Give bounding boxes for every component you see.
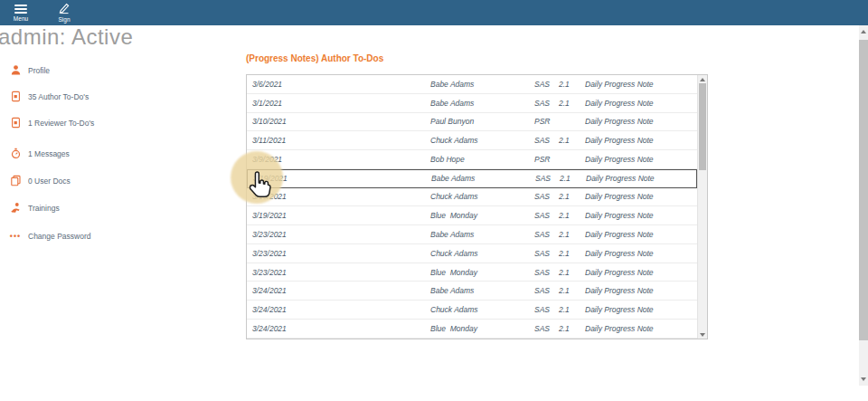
cell-code: SAS <box>534 80 559 89</box>
cell-author: Chuck Adams <box>430 305 534 314</box>
cell-note: Daily Progress Note <box>585 211 697 220</box>
page-scrollbar[interactable] <box>859 25 868 386</box>
table-row[interactable]: 3/19/2021Blue MondaySAS2.1Daily Progress… <box>247 206 697 225</box>
sidebar-item-1-reviewer-to-do-s[interactable]: 1 Reviewer To-Do's <box>9 116 94 129</box>
cell-author: Blue Monday <box>430 268 534 277</box>
sidebar-item-1-messages[interactable]: 1 Messages <box>9 147 70 160</box>
sign-button-label: Sign <box>58 16 70 23</box>
cell-note: Daily Progress Note <box>585 80 697 89</box>
sidebar-item-label: 35 Author To-Do's <box>28 92 89 101</box>
cell-code: SAS <box>535 174 560 183</box>
cell-code: SAS <box>534 230 559 239</box>
cell-date: 3/24/2021 <box>252 324 430 333</box>
table-row[interactable]: 3/23/2021Babe AdamsSAS2.1Daily Progress … <box>247 225 697 244</box>
cell-version: 2.1 <box>559 230 585 239</box>
cell-date: 3/24/2021 <box>252 286 430 295</box>
table-row[interactable]: 3/1/2021Babe AdamsSAS2.1Daily Progress N… <box>247 94 697 113</box>
sidebar-item-0-user-docs[interactable]: 0 User Docs <box>9 174 71 187</box>
cell-author: Blue Monday <box>430 211 534 220</box>
table-scroll-up-button[interactable] <box>698 75 707 83</box>
cell-date: 3/11/2021 <box>252 136 430 145</box>
menu-button-label: Menu <box>14 15 28 22</box>
cell-code: SAS <box>534 136 559 145</box>
menu-button[interactable]: Menu <box>7 5 34 22</box>
ellipsis-icon: ••• <box>9 234 22 239</box>
table-scroll-down-button[interactable] <box>698 330 707 339</box>
sidebar-item-35-author-to-do-s[interactable]: 35 Author To-Do's <box>9 90 89 103</box>
table-row[interactable]: 3/24/2021Chuck AdamsSAS2.1Daily Progress… <box>247 301 697 320</box>
cell-code: SAS <box>534 249 559 258</box>
cell-author: Paul Bunyon <box>430 117 534 126</box>
arrow-up-icon <box>861 30 866 33</box>
cell-code: SAS <box>534 192 559 201</box>
topbar: Menu Sign <box>0 0 868 25</box>
trainings-person-icon <box>9 202 22 214</box>
table-row[interactable]: 3/11/2021Chuck AdamsSAS2.1Daily Progress… <box>247 131 697 150</box>
page-scroll-down-button[interactable] <box>859 373 868 386</box>
page-scroll-up-button[interactable] <box>859 25 868 38</box>
hamburger-icon <box>14 5 27 14</box>
cell-code: SAS <box>534 211 559 220</box>
cell-author: Babe Adams <box>430 230 534 239</box>
cell-date: 3/23/2021 <box>252 268 430 277</box>
cell-author: Babe Adams <box>430 80 534 89</box>
stopwatch-icon <box>9 148 22 159</box>
cell-note: Daily Progress Note <box>586 174 696 183</box>
table-row[interactable]: 3/24/2021Blue MondaySAS2.1Daily Progress… <box>247 320 697 339</box>
cell-date: 3/19/2021 <box>253 174 431 183</box>
cell-note: Daily Progress Note <box>585 155 697 164</box>
cell-date: 3/23/2021 <box>252 249 430 258</box>
table-row[interactable]: 3/6/2021Babe AdamsSAS2.1Daily Progress N… <box>247 75 697 94</box>
cell-author: Chuck Adams <box>430 136 534 145</box>
table-row[interactable]: 3/9/2021Bob HopePSRDaily Progress Note <box>247 150 697 169</box>
cell-code: PSR <box>534 155 559 164</box>
cell-version: 2.1 <box>559 99 585 108</box>
arrow-down-icon <box>861 377 866 381</box>
table-row[interactable]: 3/23/2021Chuck AdamsSAS2.1Daily Progress… <box>247 244 697 263</box>
cell-version: 2.1 <box>559 286 585 295</box>
table-row[interactable]: 3/19/2021Chuck AdamsSAS2.1Daily Progress… <box>247 188 697 207</box>
cell-note: Daily Progress Note <box>585 136 697 145</box>
table-scrollbar[interactable] <box>697 75 707 339</box>
cell-code: SAS <box>534 268 559 277</box>
cell-author: Blue Monday <box>430 324 534 333</box>
section-title: (Progress Notes) Author To-Dos <box>246 53 383 63</box>
sidebar-item-profile[interactable]: Profile <box>9 63 50 77</box>
cell-author: Chuck Adams <box>430 192 534 201</box>
cell-version: 2.1 <box>560 174 586 183</box>
sidebar-item-label: 1 Messages <box>28 149 70 158</box>
sidebar-item-label: Trainings <box>28 204 60 213</box>
cell-date: 3/9/2021 <box>252 155 430 164</box>
cell-code: PSR <box>534 117 559 126</box>
cell-author: Babe Adams <box>430 99 534 108</box>
cell-code: SAS <box>534 324 559 333</box>
table-row[interactable]: 3/24/2021Babe AdamsSAS2.1Daily Progress … <box>247 282 697 301</box>
cell-version: 2.1 <box>559 192 585 201</box>
cell-date: 3/10/2021 <box>252 117 430 126</box>
arrow-up-icon <box>700 78 705 81</box>
clipboard-icon <box>9 117 22 129</box>
cell-note: Daily Progress Note <box>585 230 697 239</box>
table-row[interactable]: 3/23/2021Blue MondaySAS2.1Daily Progress… <box>247 263 697 282</box>
page-scrollbar-thumb[interactable] <box>859 40 868 340</box>
cell-version: 2.1 <box>559 211 585 220</box>
pen-icon <box>58 3 71 14</box>
sidebar-item-trainings[interactable]: Trainings <box>9 201 60 215</box>
todo-table-body: 3/6/2021Babe AdamsSAS2.1Daily Progress N… <box>247 75 697 339</box>
cell-note: Daily Progress Note <box>585 192 697 201</box>
table-row[interactable]: 3/10/2021Paul BunyonPSRDaily Progress No… <box>247 113 697 132</box>
arrow-down-icon <box>700 333 705 337</box>
cell-version: 2.1 <box>559 305 585 314</box>
documents-icon <box>9 175 22 186</box>
cell-author: Chuck Adams <box>430 249 534 258</box>
sidebar-item-change-password[interactable]: •••Change Password <box>9 229 90 243</box>
cell-note: Daily Progress Note <box>585 99 697 108</box>
cell-note: Daily Progress Note <box>585 249 697 258</box>
cell-note: Daily Progress Note <box>585 268 697 277</box>
table-row-selected[interactable]: 3/19/2021Babe AdamsSAS2.1Daily Progress … <box>247 169 697 188</box>
cell-version: 2.1 <box>559 80 585 89</box>
table-scrollbar-thumb[interactable] <box>699 83 706 170</box>
sign-button[interactable]: Sign <box>51 3 78 23</box>
todo-table: 3/6/2021Babe AdamsSAS2.1Daily Progress N… <box>246 74 708 339</box>
cell-date: 3/6/2021 <box>252 80 430 89</box>
